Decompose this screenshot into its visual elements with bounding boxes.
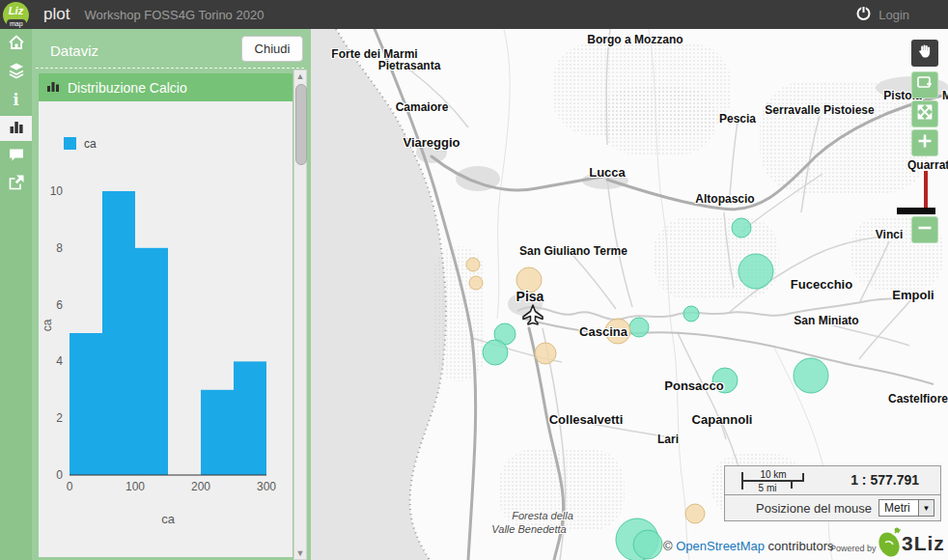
x-tick-label: 100: [125, 480, 145, 493]
x-tick-label: 200: [191, 480, 210, 493]
pan-hand-icon: [916, 42, 934, 64]
x-tick-label: 300: [257, 480, 276, 493]
chart-title: Distribuzione Calcio: [68, 80, 187, 96]
top-bar: Liz map plot Workshop FOSS4G Torino 2020…: [0, 0, 948, 29]
zoom-extent-icon: [915, 102, 934, 126]
histogram-bar: [102, 191, 135, 475]
zoom-out-button[interactable]: [911, 216, 938, 243]
power-icon: [855, 5, 872, 25]
units-select[interactable]: Metri ▼: [878, 499, 934, 517]
zoom-box-button[interactable]: [911, 71, 938, 98]
map-marker-teal[interactable]: [483, 340, 508, 365]
sidebar-item-home[interactable]: [0, 32, 32, 57]
scalebar: 10 km 5 mi: [739, 467, 845, 493]
scalebar-km-label: 10 km: [760, 469, 786, 480]
login-button[interactable]: Login: [855, 0, 909, 29]
y-tick-label: 0: [56, 468, 63, 482]
3liz-logo[interactable]: 3Liz: [875, 523, 945, 560]
map-marker-tan[interactable]: [535, 343, 556, 364]
histogram-chart: ca0246810ca0100200300ca: [39, 101, 293, 557]
panel-scrollbar[interactable]: ▲ ▼: [293, 70, 307, 560]
scalebar-mi-label: 5 mi: [759, 483, 777, 493]
mini-chart-icon: [47, 79, 61, 97]
map-viewport[interactable]: Borgo a MozzanoForte dei MarmiPietrasant…: [311, 29, 948, 560]
close-panel-button[interactable]: Chiudi: [241, 36, 303, 62]
sidebar-item-dataviz[interactable]: [0, 116, 32, 141]
login-label: Login: [878, 8, 909, 22]
dataviz-panel: Dataviz Chiudi Distribuzione Calcio ca02…: [32, 29, 311, 560]
y-tick-label: 8: [56, 241, 63, 255]
histogram-bar: [234, 361, 266, 475]
zoom-in-icon: [915, 131, 934, 154]
map-marker-tan[interactable]: [685, 504, 705, 523]
brand-name: 3Liz: [902, 532, 945, 555]
histogram-bar: [70, 333, 102, 475]
sea: [311, 29, 446, 560]
lizmap-logo[interactable]: Liz map: [3, 2, 29, 28]
map-marker-tan[interactable]: [605, 319, 630, 344]
y-tick-label: 10: [50, 184, 64, 198]
sidebar-item-comment[interactable]: [0, 144, 32, 169]
copyright-symbol: ©: [663, 539, 673, 553]
y-tick-label: 6: [56, 298, 63, 312]
map-marker-teal[interactable]: [712, 368, 738, 393]
comment-icon: [8, 146, 25, 167]
panel-title: Dataviz: [50, 42, 98, 59]
map-marker-teal[interactable]: [683, 306, 699, 322]
home-icon: [8, 34, 25, 55]
legend-label[interactable]: ca: [84, 137, 97, 151]
chart-canvas: ca0246810ca0100200300ca: [39, 101, 293, 557]
mouse-position-row: Posizione del mouse Metri ▼: [725, 494, 940, 520]
zoom-slider-handle[interactable]: [897, 208, 935, 214]
info-icon: i: [13, 93, 18, 108]
left-toolbar: i: [0, 29, 32, 560]
map-marker-teal[interactable]: [739, 254, 773, 289]
chevron-down-icon: ▼: [918, 500, 934, 516]
logo-liz-text: Liz: [9, 5, 23, 16]
scroll-up-icon[interactable]: ▲: [294, 71, 306, 81]
zoom-in-button[interactable]: [911, 129, 938, 156]
y-tick-label: 2: [56, 411, 63, 425]
pan-button[interactable]: [911, 40, 938, 67]
zoom-out-icon: [915, 218, 934, 241]
map-marker-teal[interactable]: [732, 218, 751, 238]
sidebar-item-layers[interactable]: [0, 60, 32, 85]
sidebar-item-share[interactable]: [0, 172, 32, 197]
map-marker-teal[interactable]: [794, 358, 828, 393]
share-icon: [8, 174, 25, 195]
logo-map-text: map: [7, 19, 26, 28]
powered-by-label: Powered by: [830, 544, 877, 553]
scale-row: 10 km 5 mi 1 : 577.791: [725, 466, 940, 494]
layers-icon: [8, 62, 25, 83]
map-marker-tan[interactable]: [516, 267, 542, 293]
legend-swatch[interactable]: [64, 137, 76, 150]
scrollbar-thumb[interactable]: [295, 84, 307, 165]
scroll-down-icon[interactable]: ▼: [294, 548, 306, 558]
zoom-slider-track[interactable]: [924, 171, 928, 209]
map-marker-teal[interactable]: [629, 318, 649, 337]
histogram-bar: [135, 248, 168, 475]
scale-panel: 10 km 5 mi 1 : 577.791 Posizione del mou…: [724, 465, 941, 521]
chart-header[interactable]: Distribuzione Calcio: [39, 73, 293, 101]
zoom-extent-button[interactable]: [911, 100, 938, 127]
contributors-text: contributors: [765, 539, 834, 553]
y-tick-label: 4: [56, 354, 63, 368]
map-marker-tan[interactable]: [466, 258, 480, 271]
scale-ratio: 1 : 577.791: [850, 472, 919, 488]
project-subtitle: Workshop FOSS4G Torino 2020: [84, 8, 264, 22]
mouse-position-label: Posizione del mouse: [756, 501, 872, 516]
x-axis-title: ca: [161, 512, 176, 526]
zoom-box-icon: [915, 73, 934, 97]
app-title: plot: [43, 5, 70, 24]
panel-separator: [36, 68, 304, 69]
openstreetmap-link[interactable]: OpenStreetMap: [676, 539, 765, 553]
sidebar-item-info[interactable]: i: [0, 88, 32, 113]
chart-icon: [8, 118, 25, 139]
map-marker-tan[interactable]: [469, 276, 483, 290]
y-axis-title: ca: [41, 319, 54, 331]
histogram-bar: [201, 390, 234, 475]
x-tick-label: 0: [67, 480, 73, 493]
units-value: Metri: [879, 501, 918, 515]
attribution: © OpenStreetMap contributors: [663, 539, 834, 553]
map-marker-teal[interactable]: [633, 530, 662, 559]
